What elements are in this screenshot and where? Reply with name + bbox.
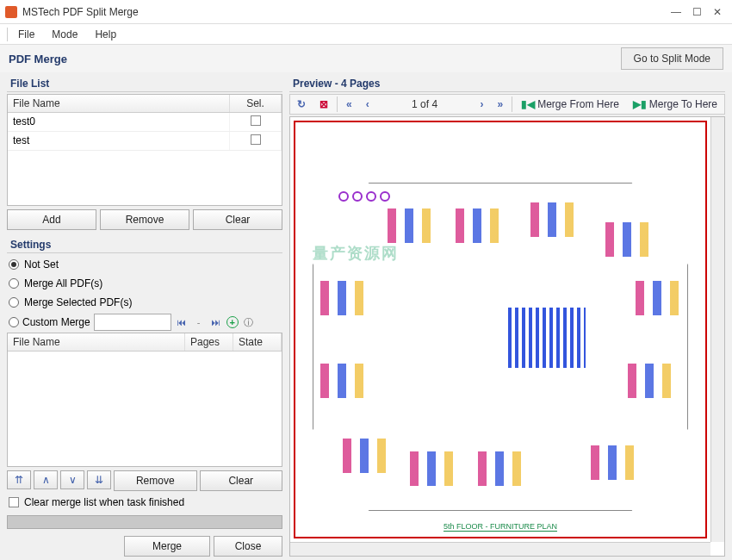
custom-merge-input[interactable] bbox=[94, 314, 171, 331]
preview-page[interactable]: 量产资源网 5th bbox=[294, 121, 707, 538]
clear-button[interactable]: Clear bbox=[193, 209, 282, 230]
radio-merge-all[interactable]: Merge All PDF(s) bbox=[7, 274, 282, 293]
last-icon: » bbox=[497, 98, 503, 110]
file-list-table: File Name Sel. test0 test bbox=[7, 94, 282, 206]
desk-cluster bbox=[320, 364, 363, 398]
radio-icon[interactable] bbox=[9, 317, 19, 327]
refresh-button[interactable]: ↻ bbox=[292, 96, 311, 112]
col-pages[interactable]: Pages bbox=[185, 333, 233, 351]
mergelist-remove-button[interactable]: Remove bbox=[114, 470, 197, 491]
clear-icon: ⊠ bbox=[319, 98, 328, 110]
last-page-icon[interactable]: ⏭ bbox=[209, 315, 223, 329]
vertical-scrollbar[interactable] bbox=[710, 117, 724, 542]
col-file-name[interactable]: File Name bbox=[8, 95, 230, 112]
menu-mode[interactable]: Mode bbox=[43, 26, 86, 43]
add-button[interactable]: Add bbox=[7, 209, 96, 230]
clear-preview-button[interactable]: ⊠ bbox=[314, 96, 333, 112]
horizontal-scrollbar[interactable] bbox=[290, 542, 710, 556]
main-area: File List File Name Sel. test0 test Add … bbox=[0, 72, 732, 560]
desk-cluster bbox=[591, 445, 634, 480]
file-sel-cell[interactable] bbox=[230, 132, 282, 150]
desk-cluster bbox=[605, 222, 648, 257]
prev-icon: ‹ bbox=[366, 98, 369, 110]
radio-merge-selected[interactable]: Merge Selected PDF(s) bbox=[7, 293, 282, 312]
menu-file[interactable]: File bbox=[9, 26, 43, 43]
remove-button[interactable]: Remove bbox=[100, 209, 189, 230]
col-state[interactable]: State bbox=[233, 333, 282, 351]
move-up-button[interactable]: ∧ bbox=[34, 470, 58, 489]
col-sel[interactable]: Sel. bbox=[230, 95, 282, 112]
radio-icon[interactable] bbox=[9, 278, 19, 289]
left-pane: File List File Name Sel. test0 test Add … bbox=[0, 72, 286, 560]
mergelist-clear-button[interactable]: Clear bbox=[200, 470, 283, 491]
menubar: File Mode Help bbox=[0, 24, 732, 45]
go-to-split-mode-button[interactable]: Go to Split Mode bbox=[621, 47, 723, 70]
file-name-cell: test bbox=[8, 132, 230, 150]
refresh-icon: ↻ bbox=[297, 98, 306, 110]
radio-custom-merge[interactable]: Custom Merge ⏮ - ⏭ + ⓘ bbox=[7, 312, 282, 333]
file-sel-cell[interactable] bbox=[230, 113, 282, 131]
checkbox-icon[interactable] bbox=[251, 134, 261, 145]
clear-on-finish-checkbox[interactable]: Clear merge list when task finished bbox=[7, 491, 282, 513]
dash-icon: - bbox=[192, 315, 206, 329]
drawing-title: 5th FLOOR - FURNITURE PLAN bbox=[444, 522, 557, 532]
menu-help[interactable]: Help bbox=[86, 26, 125, 43]
merge-from-label: Merge From Here bbox=[537, 98, 619, 110]
checkbox-icon[interactable] bbox=[251, 115, 261, 126]
merge-list-table: File Name Pages State bbox=[7, 333, 282, 467]
app-icon bbox=[5, 6, 17, 18]
checkbox-label: Clear merge list when task finished bbox=[24, 496, 184, 508]
radio-label: Custom Merge bbox=[22, 316, 90, 328]
close-window-button[interactable]: ✕ bbox=[708, 4, 727, 20]
radio-not-set[interactable]: Not Set bbox=[7, 255, 282, 274]
titlebar: MSTech PDF Split Merge — ☐ ✕ bbox=[0, 0, 732, 24]
radio-icon[interactable] bbox=[9, 259, 19, 270]
move-down-button[interactable]: ∨ bbox=[60, 470, 84, 489]
info-icon[interactable]: ⓘ bbox=[242, 315, 256, 329]
section-title: PDF Merge bbox=[9, 53, 621, 65]
next-page-button[interactable]: › bbox=[475, 96, 488, 112]
desk-cluster bbox=[410, 451, 453, 486]
preview-viewport: 量产资源网 5th bbox=[289, 116, 725, 557]
merge-button[interactable]: Merge bbox=[124, 536, 210, 557]
close-button[interactable]: Close bbox=[214, 536, 282, 557]
file-list-row[interactable]: test bbox=[8, 132, 282, 151]
last-page-button[interactable]: » bbox=[492, 96, 508, 112]
preview-toolbar: ↻ ⊠ « ‹ 1 of 4 › » ▮◀Merge From Here ▶▮M… bbox=[289, 94, 725, 115]
merge-list-columns: File Name Pages State bbox=[8, 333, 282, 352]
add-range-icon[interactable]: + bbox=[226, 316, 239, 328]
radio-icon[interactable] bbox=[9, 297, 19, 308]
file-list-columns: File Name Sel. bbox=[8, 95, 282, 113]
checkbox-icon[interactable] bbox=[9, 497, 19, 507]
file-list-header: File List bbox=[7, 76, 282, 92]
radio-label: Merge Selected PDF(s) bbox=[24, 296, 132, 308]
first-page-button[interactable]: « bbox=[341, 96, 357, 112]
footer-buttons: Merge Close bbox=[7, 536, 282, 557]
desk-cluster bbox=[456, 208, 499, 243]
desk-cluster bbox=[478, 451, 521, 486]
desk-cluster bbox=[343, 439, 386, 473]
window-title: MSTech PDF Split Merge bbox=[22, 6, 665, 18]
maximize-button[interactable]: ☐ bbox=[687, 4, 706, 20]
progress-bar bbox=[7, 515, 282, 529]
move-top-button[interactable]: ⇈ bbox=[7, 470, 31, 489]
file-name-cell: test0 bbox=[8, 113, 230, 131]
spacer bbox=[7, 536, 121, 557]
first-page-icon[interactable]: ⏮ bbox=[175, 315, 189, 329]
file-list-buttons: Add Remove Clear bbox=[7, 209, 282, 230]
desk-cluster bbox=[388, 208, 431, 243]
next-icon: › bbox=[480, 98, 483, 110]
file-list-row[interactable]: test0 bbox=[8, 113, 282, 132]
minimize-button[interactable]: — bbox=[667, 4, 685, 20]
desk-cluster bbox=[636, 281, 679, 315]
merge-to-here-button[interactable]: ▶▮Merge To Here bbox=[628, 96, 723, 112]
desk-cluster bbox=[628, 364, 671, 398]
page-indicator: 1 of 4 bbox=[378, 98, 472, 110]
col-file-name[interactable]: File Name bbox=[8, 333, 185, 351]
desk-cluster bbox=[320, 281, 363, 315]
prev-page-button[interactable]: ‹ bbox=[361, 96, 375, 112]
merge-from-icon: ▮◀ bbox=[521, 98, 535, 110]
merge-from-here-button[interactable]: ▮◀Merge From Here bbox=[516, 96, 624, 112]
menu-separator bbox=[7, 28, 8, 41]
move-bottom-button[interactable]: ⇊ bbox=[87, 470, 111, 489]
